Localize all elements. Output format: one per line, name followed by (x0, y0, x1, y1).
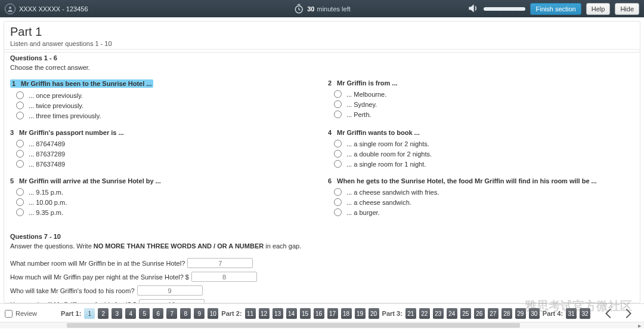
timer-minutes: 30 (307, 5, 314, 13)
part-title: Part 1 (10, 25, 634, 39)
help-button[interactable]: Help (586, 3, 611, 15)
hide-button[interactable]: Hide (615, 3, 639, 15)
svg-point-0 (9, 7, 11, 9)
timer: 30 minutes left (293, 4, 351, 14)
avatar-icon (5, 4, 16, 14)
part-header: Part 1 Listen and answer questions 1 - 1… (4, 21, 640, 53)
user-label: XXXX XXXXX - 123456 (19, 5, 88, 13)
part-subtitle: Listen and answer questions 1 - 10 (10, 40, 634, 47)
speaker-icon[interactable] (467, 2, 479, 16)
clock-icon (293, 4, 304, 14)
timer-text: minutes left (317, 5, 351, 13)
section-a-title: Questions 1 - 6 (10, 54, 634, 56)
finish-section-button[interactable]: Finish section (530, 3, 581, 15)
volume-slider[interactable] (484, 7, 525, 11)
top-bar: XXXX XXXXX - 123456 30 minutes left Fini… (0, 0, 644, 17)
question-scroll-area[interactable]: Questions 1 - 6 Choose the correct answe… (4, 49, 640, 56)
